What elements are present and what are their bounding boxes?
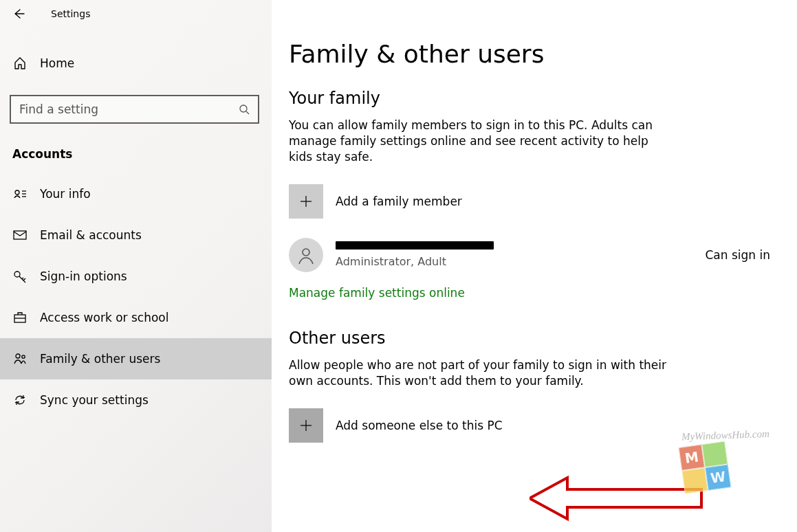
plus-icon — [289, 184, 323, 219]
sidebar-section-title: Accounts — [12, 147, 272, 161]
svg-point-7 — [14, 271, 20, 277]
family-member-row[interactable]: Administrator, Adult Can sign in — [289, 238, 770, 272]
manage-family-link[interactable]: Manage family settings online — [289, 286, 465, 300]
plus-icon — [289, 408, 323, 443]
member-info: Administrator, Adult — [336, 241, 664, 268]
svg-point-0 — [240, 105, 247, 112]
arrow-left-icon — [12, 8, 25, 20]
other-users-heading: Other users — [289, 329, 770, 348]
search-input[interactable]: Find a setting — [10, 95, 259, 124]
other-users-description: Allow people who are not part of your fa… — [289, 357, 674, 389]
svg-point-14 — [303, 249, 309, 256]
main-content: Family & other users Your family You can… — [289, 0, 770, 462]
add-family-label: Add a family member — [336, 195, 462, 208]
member-status: Can sign in — [705, 248, 770, 262]
sidebar-item-signin[interactable]: Sign-in options — [0, 256, 272, 297]
sidebar-item-label: Email & accounts — [40, 228, 142, 242]
svg-line-1 — [246, 111, 249, 114]
svg-rect-6 — [14, 231, 26, 239]
sidebar-item-sync[interactable]: Sync your settings — [0, 379, 272, 421]
svg-point-11 — [22, 355, 25, 358]
avatar-icon — [289, 238, 323, 272]
add-family-member-button[interactable]: Add a family member — [289, 184, 770, 219]
sidebar: Settings Home Find a setting Accounts Yo… — [0, 0, 272, 532]
key-icon — [12, 269, 28, 284]
sidebar-item-label: Access work or school — [40, 311, 168, 324]
mail-icon — [12, 228, 28, 243]
annotation-arrow — [529, 474, 708, 522]
home-icon — [12, 56, 28, 71]
sidebar-item-label: Your info — [40, 187, 91, 201]
family-heading: Your family — [289, 89, 770, 108]
search-placeholder: Find a setting — [19, 102, 239, 116]
home-nav[interactable]: Home — [0, 47, 272, 80]
sidebar-item-your-info[interactable]: Your info — [0, 173, 272, 214]
app-title: Settings — [51, 8, 90, 19]
add-other-user-button[interactable]: Add someone else to this PC — [289, 408, 770, 443]
back-button[interactable] — [12, 8, 25, 20]
home-label: Home — [40, 56, 74, 70]
member-role: Administrator, Adult — [336, 255, 664, 268]
family-description: You can allow family members to sign in … — [289, 118, 674, 165]
people-icon — [12, 351, 28, 366]
svg-point-10 — [16, 354, 20, 358]
sidebar-item-work[interactable]: Access work or school — [0, 297, 272, 338]
sidebar-item-email[interactable]: Email & accounts — [0, 214, 272, 256]
page-title: Family & other users — [289, 40, 770, 68]
briefcase-icon — [12, 310, 28, 325]
person-card-icon — [12, 186, 28, 201]
sidebar-item-label: Sign-in options — [40, 269, 127, 283]
sidebar-item-label: Family & other users — [40, 352, 160, 366]
add-other-label: Add someone else to this PC — [336, 419, 503, 432]
search-icon — [239, 104, 250, 115]
member-name-redacted — [336, 241, 494, 250]
title-bar: Settings — [0, 0, 272, 27]
sidebar-item-family[interactable]: Family & other users — [0, 338, 272, 379]
sync-icon — [12, 392, 28, 408]
svg-point-2 — [15, 190, 19, 195]
sidebar-item-label: Sync your settings — [40, 393, 149, 407]
